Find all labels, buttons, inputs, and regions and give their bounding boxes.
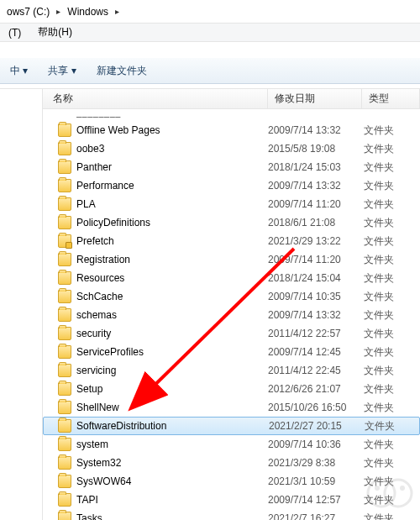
chevron-right-icon[interactable]: ▸ xyxy=(53,7,64,16)
file-type: 文件夹 xyxy=(364,290,394,304)
folder-icon xyxy=(58,179,71,192)
column-header-date[interactable]: 修改日期 xyxy=(268,89,362,108)
navigation-pane[interactable] xyxy=(0,89,43,520)
list-item[interactable]: Setup 2012/6/26 21:07 文件夹 xyxy=(43,380,420,398)
folder-icon xyxy=(58,401,71,414)
file-type: 文件夹 xyxy=(364,271,394,286)
file-name: TAPI xyxy=(76,494,268,506)
list-item[interactable]: Resources 2018/1/24 15:04 文件夹 xyxy=(43,269,420,287)
file-type: 文件夹 xyxy=(364,382,394,397)
list-item[interactable]: ShellNew 2015/10/26 16:50 文件夹 xyxy=(43,398,420,417)
folder-icon xyxy=(58,308,71,322)
toolbar-share[interactable]: 共享 ▾ xyxy=(38,60,86,81)
file-type: 文件夹 xyxy=(364,123,394,138)
folder-icon xyxy=(58,271,71,285)
menu-tools[interactable]: (T) xyxy=(0,25,29,40)
file-date: 2009/7/14 10:35 xyxy=(268,291,364,302)
list-item[interactable]: oobe3 2015/5/8 19:08 文件夹 xyxy=(43,139,420,158)
file-name: SoftwareDistribution xyxy=(76,420,269,432)
file-name: PolicyDefinitions xyxy=(76,217,268,228)
file-date: 2011/4/12 22:57 xyxy=(268,328,364,339)
file-type: 文件夹 xyxy=(364,308,394,323)
file-type: 文件夹 xyxy=(364,456,394,470)
list-item[interactable]: security 2011/4/12 22:57 文件夹 xyxy=(43,324,420,343)
file-date: 2012/6/26 21:07 xyxy=(268,383,364,395)
file-type: 文件夹 xyxy=(364,475,394,489)
toolbar-new-folder[interactable]: 新建文件夹 xyxy=(87,60,157,81)
list-item[interactable]: SysWOW64 2021/3/1 10:59 文件夹 xyxy=(43,472,420,491)
list-item[interactable]: Offline Web Pages 2009/7/14 13:32 文件夹 xyxy=(43,121,420,139)
folder-icon xyxy=(58,475,71,488)
folder-icon xyxy=(58,160,71,174)
file-name: Setup xyxy=(76,383,268,395)
list-item[interactable]: Registration 2009/7/14 11:20 文件夹 xyxy=(43,250,420,269)
list-item[interactable]: schemas 2009/7/14 13:32 文件夹 xyxy=(43,306,420,324)
file-type: 文件夹 xyxy=(364,438,394,452)
list-item[interactable]: Prefetch 2021/3/29 13:22 文件夹 xyxy=(43,232,420,250)
file-type: 文件夹 xyxy=(364,253,394,267)
file-name: SysWOW64 xyxy=(76,475,268,487)
file-name: Performance xyxy=(76,180,268,192)
toolbar-organize[interactable]: 中 ▾ xyxy=(0,60,38,81)
folder-icon xyxy=(58,512,71,520)
folder-icon xyxy=(58,216,71,229)
column-header-type[interactable]: 类型 xyxy=(362,89,420,108)
file-type: 文件夹 xyxy=(364,364,394,378)
file-date: 2009/7/14 10:36 xyxy=(268,439,364,450)
file-type: 文件夹 xyxy=(364,142,394,156)
file-name: Prefetch xyxy=(76,235,268,247)
file-name: SchCache xyxy=(76,291,268,302)
list-item[interactable]: PolicyDefinitions 2018/6/1 21:08 文件夹 xyxy=(43,213,420,232)
file-name: ServiceProfiles xyxy=(76,346,268,358)
folder-icon xyxy=(58,493,71,507)
toolbar: 中 ▾ 共享 ▾ 新建文件夹 xyxy=(0,57,420,84)
file-name: system xyxy=(76,439,268,450)
file-type: 文件夹 xyxy=(364,493,394,507)
menu-help[interactable]: 帮助(H) xyxy=(29,24,81,41)
list-item[interactable]: –––––––– xyxy=(43,109,420,121)
folder-icon xyxy=(58,197,71,211)
list-item[interactable]: ServiceProfiles 2009/7/14 12:45 文件夹 xyxy=(43,343,420,361)
file-date: 2021/2/7 16:27 xyxy=(268,512,364,520)
file-date: 2015/10/26 16:50 xyxy=(268,402,364,413)
file-date: 2018/1/24 15:04 xyxy=(268,272,364,284)
breadcrumb-part-drive[interactable]: ows7 (C:) xyxy=(3,4,53,19)
column-headers[interactable]: 名称 修改日期 类型 xyxy=(43,89,420,109)
list-item[interactable]: Panther 2018/1/24 15:03 文件夹 xyxy=(43,158,420,176)
folder-icon xyxy=(58,345,71,359)
list-item[interactable]: Performance 2009/7/14 13:32 文件夹 xyxy=(43,176,420,195)
file-name: servicing xyxy=(76,365,268,376)
list-item[interactable]: system 2009/7/14 10:36 文件夹 xyxy=(43,435,420,454)
folder-icon xyxy=(58,382,71,396)
file-name: Panther xyxy=(76,161,268,173)
breadcrumb-part-windows[interactable]: Windows xyxy=(64,4,112,19)
file-date: 2021/3/1 10:59 xyxy=(268,475,364,487)
list-item[interactable]: Tasks 2021/2/7 16:27 文件夹 xyxy=(43,509,420,520)
list-item[interactable]: TAPI 2009/7/14 12:57 文件夹 xyxy=(43,491,420,509)
file-name: Resources xyxy=(76,272,268,284)
file-name: ShellNew xyxy=(76,402,268,413)
file-date: 2021/2/27 20:15 xyxy=(269,420,365,432)
file-type: 文件夹 xyxy=(364,345,394,360)
file-name: Registration xyxy=(76,254,268,265)
file-list[interactable]: 名称 修改日期 类型 –––––––– Offline Web Pages 20… xyxy=(43,89,420,520)
list-item[interactable]: System32 2021/3/29 8:38 文件夹 xyxy=(43,454,420,472)
list-item[interactable]: PLA 2009/7/14 11:20 文件夹 xyxy=(43,195,420,213)
file-date: 2009/7/14 12:45 xyxy=(268,346,364,358)
file-date: 2021/3/29 8:38 xyxy=(268,457,364,469)
file-type: 文件夹 xyxy=(364,160,394,175)
chevron-right-icon[interactable]: ▸ xyxy=(112,7,123,16)
list-item[interactable]: SoftwareDistribution 2021/2/27 20:15 文件夹 xyxy=(43,417,420,435)
list-item[interactable]: SchCache 2009/7/14 10:35 文件夹 xyxy=(43,287,420,306)
breadcrumb[interactable]: ows7 (C:) ▸ Windows ▸ xyxy=(0,0,420,24)
file-name: oobe3 xyxy=(76,143,268,155)
menubar: (T) 帮助(H) xyxy=(0,24,420,42)
folder-icon xyxy=(58,123,71,137)
list-item[interactable]: servicing 2011/4/12 22:45 文件夹 xyxy=(43,361,420,380)
file-type: 文件夹 xyxy=(364,234,394,249)
folder-icon xyxy=(58,327,71,340)
file-name: System32 xyxy=(76,457,268,469)
file-name: –––––––– xyxy=(76,111,268,121)
file-type: 文件夹 xyxy=(365,419,395,433)
column-header-name[interactable]: 名称 xyxy=(43,89,268,108)
